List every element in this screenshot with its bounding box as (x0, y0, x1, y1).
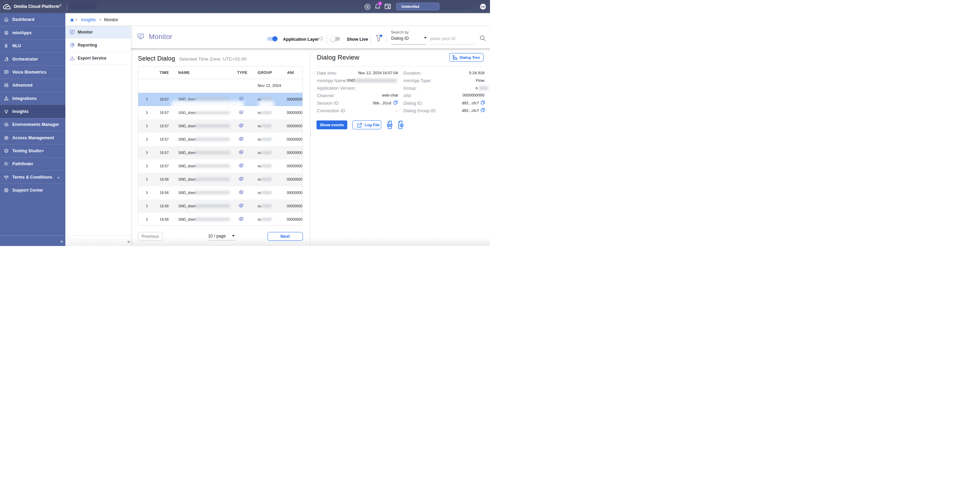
svg-text:JSON: JSON (387, 124, 392, 126)
svg-text:RTF: RTF (400, 124, 403, 126)
